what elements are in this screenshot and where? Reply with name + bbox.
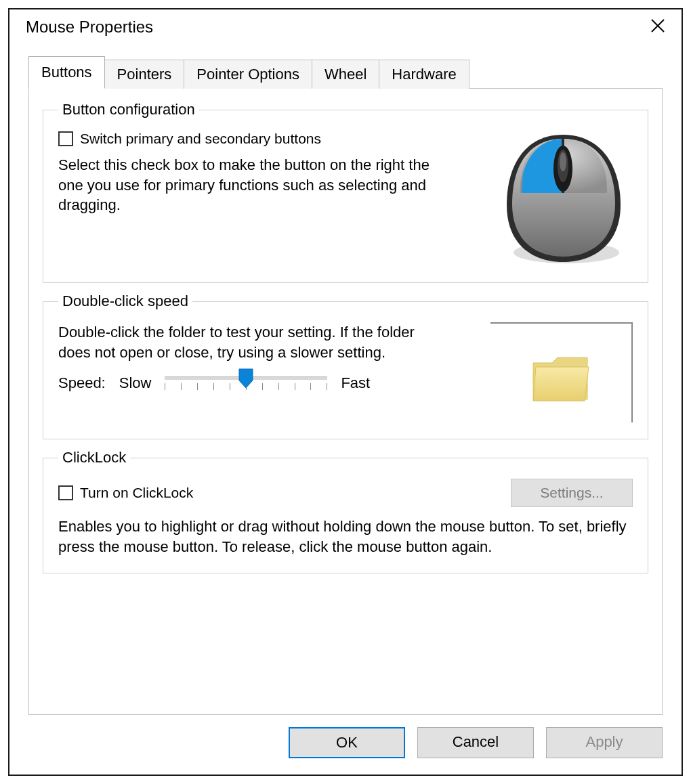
window-title: Mouse Properties — [26, 18, 153, 37]
mouse-icon — [499, 131, 627, 266]
tab-buttons[interactable]: Buttons — [28, 56, 105, 89]
tab-pointers[interactable]: Pointers — [104, 60, 185, 89]
dialog-content: Buttons Pointers Pointer Options Wheel H… — [9, 45, 682, 715]
group-legend-button-config: Button configuration — [58, 101, 199, 118]
clicklock-label: Turn on ClickLock — [80, 485, 193, 501]
ok-button[interactable]: OK — [289, 727, 405, 758]
group-clicklock: ClickLock Turn on ClickLock Settings... … — [43, 449, 648, 573]
tab-strip: Buttons Pointers Pointer Options Wheel H… — [28, 56, 663, 88]
group-button-configuration: Button configuration Switch primary and … — [43, 101, 648, 283]
tab-panel-buttons: Button configuration Switch primary and … — [28, 88, 663, 715]
slider-thumb[interactable] — [238, 368, 253, 389]
dialog-button-row: OK Cancel Apply — [9, 715, 682, 775]
speed-slow-label: Slow — [119, 374, 152, 392]
clicklock-description: Enables you to highlight or drag without… — [58, 517, 633, 557]
group-double-click-speed: Double-click speed Double-click the fold… — [43, 292, 648, 439]
folder-icon — [530, 353, 591, 405]
mouse-illustration — [499, 131, 627, 266]
slider-thumb-icon — [238, 368, 253, 389]
dialog-window: Mouse Properties Buttons Pointers Pointe… — [8, 8, 683, 776]
double-click-test-area[interactable] — [490, 322, 633, 422]
switch-buttons-checkbox[interactable] — [58, 131, 73, 146]
svg-point-6 — [560, 152, 566, 171]
titlebar: Mouse Properties — [9, 9, 682, 45]
close-icon — [650, 18, 665, 33]
double-click-speed-slider[interactable] — [165, 376, 327, 390]
cancel-button[interactable]: Cancel — [417, 727, 534, 758]
switch-buttons-label: Switch primary and secondary buttons — [80, 131, 321, 147]
group-legend-clicklock: ClickLock — [58, 449, 130, 466]
clicklock-checkbox[interactable] — [58, 485, 73, 500]
tab-wheel[interactable]: Wheel — [312, 60, 379, 89]
tab-hardware[interactable]: Hardware — [379, 60, 469, 89]
speed-label: Speed: — [58, 374, 106, 392]
clicklock-settings-button: Settings... — [511, 479, 633, 507]
double-click-description: Double-click the folder to test your set… — [58, 322, 438, 362]
group-legend-double-click: Double-click speed — [58, 292, 192, 310]
tab-pointer-options[interactable]: Pointer Options — [184, 60, 312, 89]
speed-fast-label: Fast — [341, 374, 370, 392]
close-button[interactable] — [645, 16, 671, 38]
button-config-description: Select this check box to make the button… — [58, 155, 438, 215]
apply-button: Apply — [546, 727, 663, 758]
